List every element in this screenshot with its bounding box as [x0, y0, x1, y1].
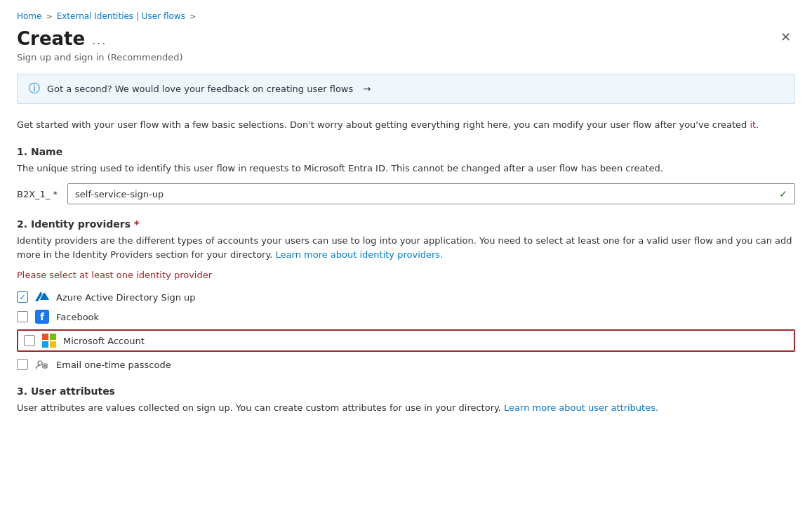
name-field-row: B2X_1_ * self-service-sign-up ✓ — [17, 183, 795, 204]
section3-title: 3. User attributes — [17, 386, 795, 397]
banner-text: Got a second? We would love your feedbac… — [47, 84, 353, 94]
field-label-b2x: B2X_1_ * — [17, 189, 59, 199]
provider-item-email: Email one-time passcode — [17, 357, 795, 372]
provider-label-facebook: Facebook — [56, 312, 99, 322]
breadcrumb-external[interactable]: External Identities | User flows — [57, 11, 185, 21]
provider-item-azure: Azure Active Directory Sign up — [17, 290, 795, 304]
provider-checkbox-email[interactable] — [17, 359, 28, 370]
info-icon: ⓘ — [29, 81, 40, 96]
provider-checkbox-facebook[interactable] — [17, 311, 28, 322]
breadcrumb-sep2: > — [189, 12, 196, 21]
name-input-display[interactable]: self-service-sign-up ✓ — [67, 183, 795, 204]
provider-item-microsoft: Microsoft Account — [17, 329, 795, 352]
azure-icon — [35, 290, 49, 304]
user-attributes-link[interactable]: Learn more about user attributes. — [504, 402, 658, 413]
provider-label-microsoft: Microsoft Account — [63, 336, 145, 346]
svg-point-2 — [38, 361, 42, 365]
provider-list: Azure Active Directory Sign up f Faceboo… — [17, 290, 795, 372]
breadcrumb-home[interactable]: Home — [17, 11, 41, 21]
provider-checkbox-microsoft[interactable] — [24, 335, 35, 346]
breadcrumb: Home > External Identities | User flows … — [17, 11, 795, 21]
svg-point-3 — [44, 365, 46, 367]
intro-text: Get started with your user flow with a f… — [17, 118, 795, 132]
email-icon — [35, 357, 49, 372]
page-subtitle: Sign up and sign in (Recommended) — [17, 52, 795, 63]
checkmark-icon: ✓ — [779, 188, 787, 199]
section2-title: 2. Identity providers * — [17, 218, 795, 230]
section2-desc: Identity providers are the different typ… — [17, 234, 795, 261]
section-identity-providers: 2. Identity providers * Identity provide… — [17, 218, 795, 372]
provider-label-azure: Azure Active Directory Sign up — [56, 292, 196, 303]
section3-desc: User attributes are values collected on … — [17, 401, 795, 415]
close-button[interactable]: ✕ — [776, 28, 795, 46]
provider-item-facebook: f Facebook — [17, 310, 795, 324]
banner-arrow: → — [363, 84, 371, 94]
section1-desc: The unique string used to identify this … — [17, 162, 795, 176]
section-name: 1. Name The unique string used to identi… — [17, 146, 795, 205]
section-user-attributes: 3. User attributes User attributes are v… — [17, 386, 795, 415]
field-value: self-service-sign-up — [75, 189, 164, 199]
provider-label-email: Email one-time passcode — [56, 360, 171, 370]
facebook-icon: f — [35, 310, 49, 324]
provider-checkbox-azure[interactable] — [17, 291, 28, 303]
warning-text: Please select at least one identity prov… — [17, 270, 795, 280]
page-title: Create — [17, 28, 85, 49]
section1-title: 1. Name — [17, 146, 795, 157]
identity-providers-link[interactable]: Learn more about identity providers. — [276, 249, 444, 260]
microsoft-icon — [42, 334, 56, 348]
info-banner: ⓘ Got a second? We would love your feedb… — [17, 74, 795, 104]
more-button[interactable]: ... — [92, 33, 107, 48]
breadcrumb-sep1: > — [46, 12, 52, 21]
page-header: Create ... ✕ — [17, 28, 795, 49]
